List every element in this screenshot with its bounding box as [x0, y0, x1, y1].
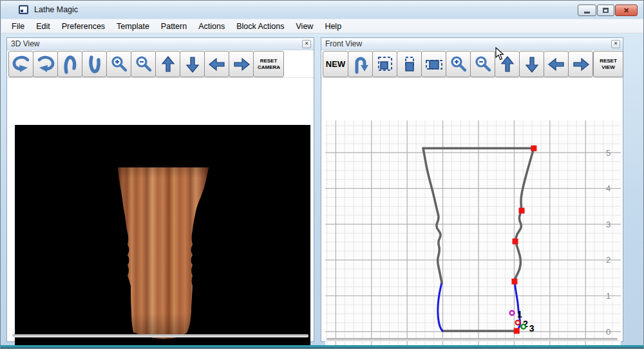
profile-right-gray: [515, 148, 534, 281]
3d-viewport[interactable]: [15, 125, 310, 349]
svg-text:5: 5: [606, 148, 611, 158]
panel-3d-header: 3D View ✕: [7, 38, 314, 50]
pan-right-button-front[interactable]: [568, 51, 593, 77]
new-button[interactable]: NEW: [323, 51, 348, 77]
title-bar: Lathe Magic ✕: [1, 1, 643, 19]
arrow-left-icon: [207, 55, 227, 74]
rotate-right-icon: [36, 55, 55, 74]
marker-label-3: 3: [529, 323, 535, 334]
panel-3d-view: 3D View ✕: [6, 37, 314, 342]
control-point: [531, 146, 536, 151]
profile-editor-canvas[interactable]: -3-2-10123543210123: [325, 120, 621, 349]
flip-button[interactable]: [348, 51, 373, 77]
control-point: [514, 328, 520, 334]
scale-icon: [376, 55, 394, 73]
menu-block-actions[interactable]: Block Actions: [231, 20, 290, 33]
tilt-down-icon: [85, 55, 104, 74]
scale-vertical-icon: [401, 55, 419, 73]
panel-front-close-icon[interactable]: ✕: [611, 40, 620, 48]
scale-vertical-button[interactable]: [397, 51, 422, 77]
menu-actions[interactable]: Actions: [193, 20, 231, 33]
scale-button[interactable]: [372, 51, 397, 77]
vase-3d-render: [15, 125, 310, 349]
zoom-out-button-3d[interactable]: [131, 51, 156, 77]
marker-2: [516, 321, 520, 325]
panel-front-view: Front View ✕ NEW: [321, 37, 623, 342]
pan-down-button-3d[interactable]: [180, 51, 205, 77]
panel-front-title: Front View: [325, 39, 362, 48]
zoom-out-icon: [134, 55, 153, 74]
tilt-down-button[interactable]: [82, 51, 107, 77]
scale-horizontal-icon: [425, 55, 443, 73]
window-bottom-edge: [1, 347, 643, 348]
menu-edit[interactable]: Edit: [30, 20, 56, 33]
svg-text:4: 4: [606, 184, 611, 193]
rotate-left-icon: [12, 55, 31, 74]
zoom-in-icon: [109, 55, 129, 74]
zoom-in-icon: [449, 55, 468, 74]
menu-view[interactable]: View: [290, 20, 319, 33]
panel-3d-title: 3D View: [11, 39, 39, 48]
rotate-right-button[interactable]: [33, 51, 58, 77]
menu-template[interactable]: Template: [111, 20, 155, 33]
arrow-down-icon: [522, 55, 542, 74]
panel-front-header: Front View ✕: [321, 38, 623, 50]
marker-3: [521, 325, 526, 329]
panel-3d-close-icon[interactable]: ✕: [302, 40, 311, 48]
profile-left-blue: [438, 283, 442, 331]
svg-text:0: 0: [606, 327, 611, 337]
menu-help[interactable]: Help: [319, 20, 347, 33]
scroll-groove-3d: [12, 334, 308, 337]
scroll-groove-front: [327, 338, 618, 341]
pan-down-button-front[interactable]: [519, 51, 544, 77]
control-point: [513, 238, 518, 244]
tilt-up-icon: [61, 55, 80, 74]
pan-right-button-3d[interactable]: [229, 51, 254, 77]
zoom-out-icon: [473, 55, 493, 74]
app-icon: [19, 5, 28, 14]
maximize-icon: [603, 8, 609, 13]
control-point: [511, 279, 517, 285]
window-title: Lathe Magic: [34, 5, 78, 14]
rotate-left-button[interactable]: [8, 51, 33, 77]
toolbar-3d: RESET CAMERA: [7, 50, 314, 78]
pan-up-button-3d[interactable]: [155, 51, 180, 77]
menu-bar: File Edit Preferences Template Pattern A…: [1, 19, 643, 33]
control-point: [519, 208, 525, 214]
reset-view-button[interactable]: RESET VIEW: [593, 51, 623, 77]
u-turn-arrow-icon: [351, 55, 370, 74]
svg-text:1: 1: [606, 291, 611, 301]
arrow-up-icon: [158, 55, 178, 74]
arrow-right-icon: [571, 55, 591, 74]
app-window: Lathe Magic ✕ File Edit Preferences Temp…: [0, 0, 644, 349]
minimize-icon: [584, 12, 590, 14]
maximize-button[interactable]: [597, 5, 614, 16]
window-controls: ✕: [578, 5, 638, 16]
menu-preferences[interactable]: Preferences: [56, 20, 111, 33]
reset-view-label: RESET VIEW: [598, 58, 620, 70]
arrow-left-icon: [547, 55, 566, 74]
reset-camera-label: RESET CAMERA: [258, 58, 279, 70]
new-label: NEW: [326, 59, 345, 69]
zoom-in-button-3d[interactable]: [106, 51, 131, 77]
menu-pattern[interactable]: Pattern: [155, 20, 193, 33]
reset-camera-button[interactable]: RESET CAMERA: [253, 51, 284, 77]
zoom-out-button-front[interactable]: [470, 51, 495, 77]
close-icon: ✕: [623, 7, 629, 14]
menu-file[interactable]: File: [6, 20, 30, 33]
pan-left-button-3d[interactable]: [204, 51, 229, 77]
tilt-up-button[interactable]: [57, 51, 82, 77]
svg-text:2: 2: [606, 255, 611, 265]
zoom-in-button-front[interactable]: [446, 51, 471, 77]
minimize-button[interactable]: [578, 5, 596, 16]
pan-left-button-front[interactable]: [544, 51, 569, 77]
arrow-down-icon: [183, 55, 202, 74]
toolbar-front: NEW: [321, 50, 623, 78]
mouse-cursor: [495, 47, 504, 61]
arrow-right-icon: [232, 55, 251, 74]
marker-1: [510, 311, 515, 316]
marker-label-1: 1: [517, 309, 522, 319]
close-button[interactable]: ✕: [615, 5, 638, 16]
scale-horizontal-button[interactable]: [421, 51, 446, 77]
svg-text:3: 3: [606, 220, 611, 229]
